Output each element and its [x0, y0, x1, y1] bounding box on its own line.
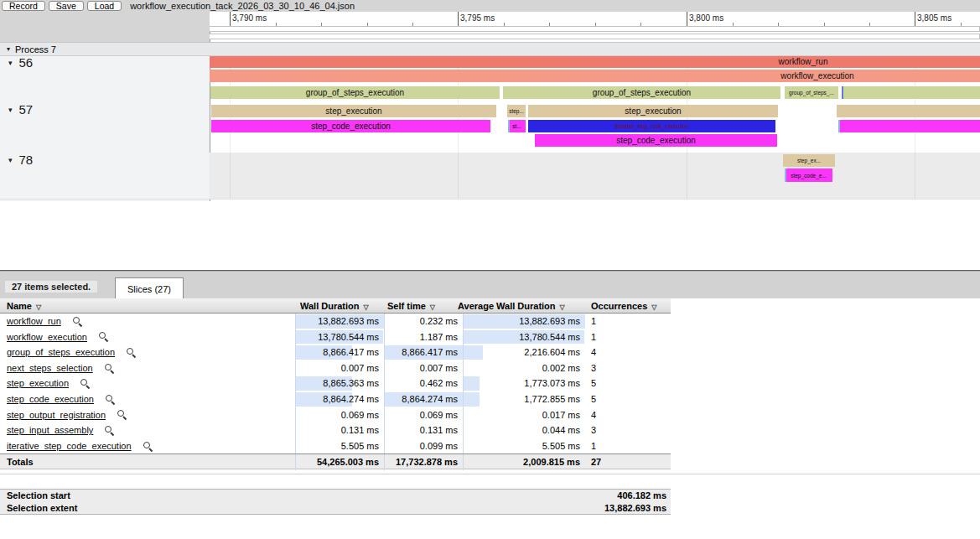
magnifier-icon[interactable]: [143, 442, 153, 451]
table-row[interactable]: step_input_assembly0.131 ms0.131 ms0.044…: [0, 422, 671, 438]
cell-value: 8,865.363 ms: [296, 376, 384, 391]
column-header-name[interactable]: Name▽: [7, 298, 41, 314]
slice-step_execution[interactable]: [837, 105, 980, 117]
occurrences-value: 1: [591, 329, 596, 345]
slice-workflow_execution[interactable]: workflow_execution: [210, 70, 980, 82]
magnifier-icon[interactable]: [73, 317, 82, 326]
major-tick: [915, 12, 915, 26]
sort-icon[interactable]: ▽: [560, 303, 565, 311]
column-header-self-time[interactable]: Self time▽: [387, 298, 435, 314]
slice-step_execution[interactable]: step_ex...: [783, 154, 835, 167]
table-header: Name▽ Wall Duration▽ Self time▽ Average …: [0, 298, 671, 314]
collapse-triangle-icon[interactable]: ▾: [8, 106, 13, 114]
cell-value: 54,265.003 ms: [296, 454, 384, 470]
magnifier-icon[interactable]: [127, 348, 136, 357]
track-label-56[interactable]: ▾56: [0, 55, 208, 70]
magnifier-icon[interactable]: [105, 364, 114, 373]
collapsed-track-strip[interactable]: [210, 26, 980, 32]
occurrences-value: 5: [591, 391, 596, 407]
slice-name-link[interactable]: step_code_execution: [7, 391, 94, 407]
slice-step_code_execution[interactable]: [838, 120, 980, 132]
slice-label: workflow_run: [719, 55, 887, 68]
track-label-57[interactable]: ▾57: [0, 102, 208, 117]
slice-name-link[interactable]: iterative_step_code_execution: [7, 438, 132, 454]
slice-name-link[interactable]: group_of_steps_execution: [7, 345, 115, 360]
sidebar-top-spacer: [0, 12, 210, 42]
cell-value: 2,216.604 ms: [464, 345, 585, 360]
collapse-triangle-icon[interactable]: ▾: [8, 59, 13, 67]
table-row[interactable]: workflow_run13,882.693 ms0.232 ms13,882.…: [0, 314, 671, 329]
track-label-78[interactable]: ▾78: [0, 153, 208, 167]
time-ruler[interactable]: 3,790 ms3,795 ms3,800 ms3,805 ms: [210, 12, 980, 27]
slice-edge-marker: [842, 86, 843, 99]
slice-group_of_steps_execution[interactable]: group_of_steps_execution: [210, 86, 500, 99]
slice-step_execution[interactable]: step_execution: [528, 105, 778, 117]
slice-group_of_steps_execution[interactable]: [842, 86, 980, 99]
table-bottom-border: [0, 474, 980, 474]
column-header-wall-duration[interactable]: Wall Duration▽: [300, 298, 369, 314]
sort-icon[interactable]: ▽: [36, 303, 41, 311]
table-row[interactable]: next_steps_selection0.007 ms0.007 ms0.00…: [0, 360, 671, 376]
selection-summary: Selection start 406.182 ms Selection ext…: [0, 489, 671, 515]
slice-name-link[interactable]: workflow_execution: [7, 329, 87, 345]
record-button[interactable]: Record: [2, 1, 45, 11]
collapsed-track-strip[interactable]: [210, 34, 980, 39]
slice-iterative_step_code_execution[interactable]: iterative_step_code_execution: [528, 120, 775, 132]
magnifier-icon[interactable]: [105, 426, 114, 435]
cell-value: 8,864.274 ms: [296, 391, 384, 407]
slice-name-link[interactable]: step_output_registration: [7, 407, 106, 423]
sort-icon[interactable]: ▽: [430, 303, 435, 311]
cell-value: 2,009.815 ms: [464, 454, 585, 470]
slice-workflow_run[interactable]: workflow_run: [210, 55, 980, 68]
magnifier-icon[interactable]: [80, 379, 90, 388]
table-row[interactable]: step_code_execution8,864.274 ms8,864.274…: [0, 391, 671, 407]
collapse-triangle-icon[interactable]: ▾: [7, 45, 10, 53]
slice-step_code_execution[interactable]: step_code_execution: [211, 120, 490, 132]
slice-label: step_code_execution: [535, 134, 777, 147]
occurrences-value: 5: [591, 376, 596, 391]
table-row[interactable]: step_execution8,865.363 ms0.462 ms1,773.…: [0, 376, 671, 391]
totals-occurrences: 27: [591, 454, 601, 470]
cell-value: 0.044 ms: [464, 422, 585, 438]
thread-id: 78: [19, 153, 34, 167]
column-header-occurrences[interactable]: Occurrences▽: [591, 298, 656, 314]
slice-group_of_steps_execution[interactable]: group_of_steps_execution: [503, 86, 780, 99]
track-sidebar: ▾56▾57▾78: [0, 12, 210, 201]
cell-value: 8,864.274 ms: [385, 391, 463, 407]
slice-step_code_execution[interactable]: step_code_execution: [535, 134, 777, 147]
tick-label: 3,805 ms: [917, 13, 951, 23]
magnifier-icon[interactable]: [117, 410, 127, 419]
slice-canvas[interactable]: workflow_runworkflow_executiongroup_of_s…: [210, 42, 980, 201]
selection-start-row: Selection start 406.182 ms: [0, 490, 671, 502]
timeline-view[interactable]: ▾56▾57▾78 3,790 ms3,795 ms3,800 ms3,805 …: [0, 12, 980, 201]
column-header-average-wall-duration[interactable]: Average Wall Duration▽: [458, 298, 565, 314]
cell-value: 0.002 ms: [464, 360, 585, 376]
collapse-triangle-icon[interactable]: ▾: [8, 156, 13, 164]
slice-step_code_execution[interactable]: step_code_e...: [785, 168, 832, 182]
save-button[interactable]: Save: [49, 1, 84, 11]
sort-icon[interactable]: ▽: [363, 303, 368, 311]
slice-step_code_execution[interactable]: st...: [508, 120, 526, 132]
slice-label: step_execution: [528, 105, 778, 117]
tick-label: 3,795 ms: [460, 13, 495, 23]
slice-group_of_steps_execution[interactable]: group_of_steps_...: [785, 86, 838, 99]
load-button[interactable]: Load: [87, 1, 122, 11]
slice-name-link[interactable]: step_input_assembly: [7, 422, 93, 438]
magnifier-icon[interactable]: [99, 332, 108, 341]
table-row[interactable]: group_of_steps_execution8,866.417 ms8,86…: [0, 345, 671, 360]
cell-value: 1.187 ms: [385, 329, 463, 345]
slice-name-link[interactable]: step_execution: [7, 376, 69, 391]
table-row[interactable]: workflow_execution13,780.544 ms1.187 ms1…: [0, 329, 671, 345]
tab-slices[interactable]: Slices (27): [115, 277, 184, 299]
sort-icon[interactable]: ▽: [651, 303, 656, 311]
occurrences-value: 3: [591, 360, 596, 376]
analysis-tabstrip: 27 items selected. Slices (27): [0, 271, 980, 298]
table-row[interactable]: step_output_registration0.069 ms0.069 ms…: [0, 407, 671, 423]
slice-step_execution[interactable]: step_execution: [211, 105, 496, 117]
process-header[interactable]: ▾ Process 7: [0, 42, 980, 56]
slice-name-link[interactable]: next_steps_selection: [7, 360, 93, 376]
table-row[interactable]: iterative_step_code_execution5.505 ms0.0…: [0, 438, 671, 454]
magnifier-icon[interactable]: [106, 395, 115, 404]
slice-name-link[interactable]: workflow_run: [7, 314, 61, 329]
slice-step_execution[interactable]: step...: [507, 105, 526, 117]
